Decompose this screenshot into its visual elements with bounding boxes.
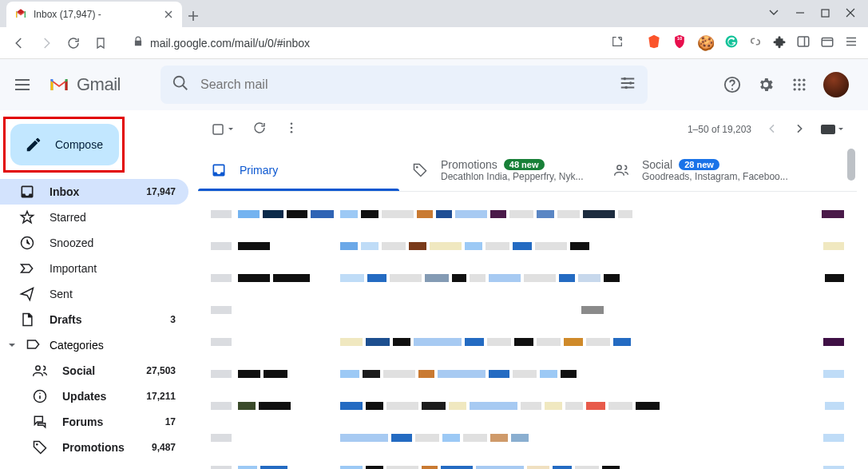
clock-icon xyxy=(19,235,35,251)
browser-menu-icon[interactable] xyxy=(844,34,858,52)
search-icon[interactable] xyxy=(172,74,189,95)
vertical-scrollbar[interactable] xyxy=(847,149,855,181)
puzzle-ext-icon[interactable] xyxy=(772,34,787,52)
nav-categories[interactable]: Categories xyxy=(0,332,198,358)
gmail-favicon xyxy=(14,8,27,21)
chevron-down-icon[interactable] xyxy=(768,6,779,21)
pagination-range: 1–50 of 19,203 xyxy=(688,124,751,135)
cookie-ext-icon[interactable]: 🍪 xyxy=(697,34,715,52)
chevron-down-icon xyxy=(10,466,24,469)
category-tabs: Primary Promotions48 new Decathlon India… xyxy=(198,149,857,192)
nav-starred[interactable]: Starred xyxy=(0,205,188,230)
email-row[interactable] xyxy=(198,454,857,469)
nav-inbox[interactable]: Inbox 17,947 xyxy=(0,179,188,205)
search-bar[interactable] xyxy=(161,66,648,104)
browser-tab[interactable]: Inbox (17,947) - xyxy=(6,2,182,27)
share-icon[interactable] xyxy=(611,35,624,50)
email-row[interactable] xyxy=(198,230,857,262)
settings-gear-icon[interactable] xyxy=(756,75,775,94)
nav-more[interactable]: More xyxy=(0,460,188,469)
nav-cat-promotions[interactable]: Promotions 9,487 xyxy=(0,435,188,460)
bookmark-icon[interactable] xyxy=(91,34,110,53)
new-tab-button[interactable] xyxy=(182,5,204,27)
brave-icon[interactable] xyxy=(646,34,662,53)
select-all-checkbox[interactable] xyxy=(211,122,235,137)
badge-new: 28 new xyxy=(679,159,719,170)
close-window-icon[interactable] xyxy=(846,6,855,21)
maximize-icon[interactable] xyxy=(821,6,830,21)
svg-point-29 xyxy=(617,165,621,169)
close-tab-icon[interactable] xyxy=(163,9,174,20)
email-list xyxy=(198,192,857,469)
svg-point-14 xyxy=(798,83,800,85)
svg-point-22 xyxy=(36,443,38,446)
tab-social[interactable]: Social28 new Goodreads, Instagram, Faceb… xyxy=(600,149,802,191)
nav-cat-updates[interactable]: Updates 17,211 xyxy=(0,384,188,409)
browser-toolbar: mail.google.com/mail/u/0/#inbox 10 🍪 xyxy=(0,27,868,59)
compose-button[interactable]: Compose xyxy=(10,124,119,165)
svg-point-11 xyxy=(798,79,800,81)
tab-promotions[interactable]: Promotions48 new Decathlon India, Pepper… xyxy=(399,149,600,191)
lock-icon xyxy=(133,36,144,50)
email-row[interactable] xyxy=(198,294,857,326)
email-row[interactable] xyxy=(198,326,857,358)
tab-primary[interactable]: Primary xyxy=(198,149,399,191)
search-input[interactable] xyxy=(200,78,619,92)
badge-new: 48 new xyxy=(504,159,545,170)
svg-point-25 xyxy=(291,127,293,129)
minimize-icon[interactable] xyxy=(795,6,805,21)
grammarly-icon[interactable] xyxy=(724,34,739,52)
more-icon[interactable] xyxy=(284,121,299,138)
nav-drafts[interactable]: Drafts 3 xyxy=(0,307,188,332)
refresh-icon[interactable] xyxy=(252,121,267,138)
svg-point-28 xyxy=(416,166,418,169)
email-row[interactable] xyxy=(198,422,857,454)
nav-important[interactable]: Important xyxy=(0,256,188,281)
compose-label: Compose xyxy=(55,138,103,151)
wallet-icon[interactable] xyxy=(820,34,834,52)
sidepanel-icon[interactable] xyxy=(796,34,811,52)
nav-snoozed[interactable]: Snoozed xyxy=(0,230,188,256)
svg-point-13 xyxy=(794,83,796,85)
address-bar[interactable]: mail.google.com/mail/u/0/#inbox xyxy=(125,32,632,54)
gmail-logo-text: Gmail xyxy=(77,74,121,95)
account-avatar[interactable] xyxy=(823,72,849,97)
svg-text:10: 10 xyxy=(677,36,682,41)
input-tools-icon[interactable] xyxy=(820,124,844,135)
prev-page-icon[interactable] xyxy=(766,122,779,137)
compose-highlight-box: Compose xyxy=(3,117,125,173)
support-icon[interactable] xyxy=(723,75,742,94)
svg-point-18 xyxy=(803,88,805,90)
svg-point-15 xyxy=(803,83,805,85)
pencil-icon xyxy=(25,136,42,153)
email-row[interactable] xyxy=(198,198,857,230)
brave-shield-icon[interactable]: 10 xyxy=(672,34,688,53)
gmail-logo-icon xyxy=(48,74,70,96)
nav-cat-forums[interactable]: Forums 17 xyxy=(0,409,188,435)
main-menu-icon[interactable] xyxy=(13,75,32,94)
nav-cat-social[interactable]: Social 27,503 xyxy=(0,358,188,384)
forward-icon xyxy=(37,34,56,53)
reload-icon[interactable] xyxy=(64,34,83,53)
window-controls xyxy=(768,0,868,27)
apps-grid-icon[interactable] xyxy=(790,75,809,94)
email-row[interactable] xyxy=(198,358,857,390)
gmail-logo[interactable]: Gmail xyxy=(48,74,121,96)
svg-point-10 xyxy=(794,79,796,81)
svg-point-16 xyxy=(794,88,796,90)
sent-icon xyxy=(19,286,35,302)
browser-tab-strip: Inbox (17,947) - xyxy=(0,0,868,27)
inbox-icon xyxy=(211,162,227,178)
svg-rect-27 xyxy=(821,125,835,134)
search-options-icon[interactable] xyxy=(619,74,636,95)
next-page-icon[interactable] xyxy=(793,122,806,137)
back-icon[interactable] xyxy=(10,34,29,53)
tab-title: Inbox (17,947) - xyxy=(34,9,163,20)
nav-label: Inbox xyxy=(50,185,79,198)
email-row[interactable] xyxy=(198,262,857,294)
nav-sent[interactable]: Sent xyxy=(0,281,188,307)
nav-count: 17,947 xyxy=(146,186,176,197)
gmail-header: Gmail xyxy=(0,59,868,110)
email-row[interactable] xyxy=(198,390,857,422)
link-ext-icon[interactable] xyxy=(748,34,763,52)
